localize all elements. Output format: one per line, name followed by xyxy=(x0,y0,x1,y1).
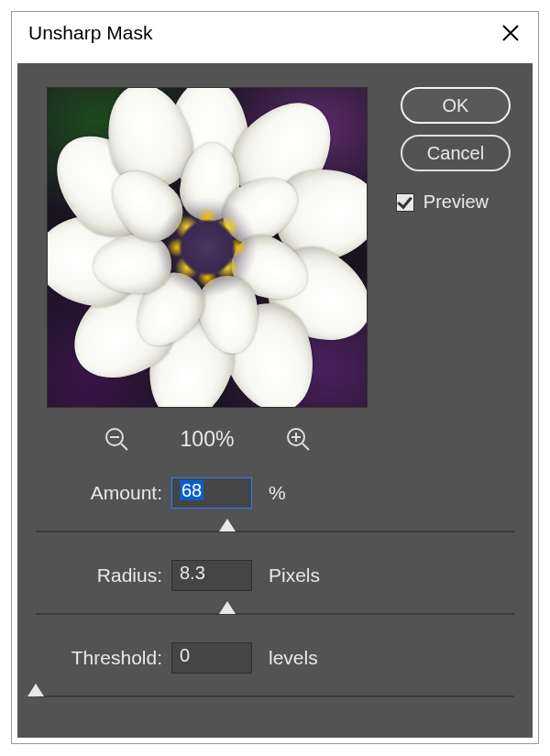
amount-unit: % xyxy=(252,482,286,504)
dialog-window: Unsharp Mask xyxy=(11,11,539,744)
amount-slider-thumb[interactable] xyxy=(219,519,236,531)
preview-checkbox[interactable] xyxy=(396,193,414,212)
threshold-label: Threshold: xyxy=(17,647,171,669)
threshold-slider-thumb[interactable] xyxy=(28,684,44,696)
threshold-input[interactable]: 0 xyxy=(171,642,252,674)
svg-line-4 xyxy=(302,444,309,450)
threshold-slider[interactable] xyxy=(36,696,514,697)
ok-button[interactable]: OK xyxy=(401,87,511,124)
amount-input[interactable]: 68 xyxy=(171,477,252,509)
cancel-button[interactable]: Cancel xyxy=(401,135,511,171)
dialog-body: 100% OK Cancel Preview Amount: 68 % xyxy=(17,63,533,738)
dialog-title: Unsharp Mask xyxy=(28,22,152,44)
svg-marker-7 xyxy=(219,519,236,531)
threshold-row: Threshold: 0 levels xyxy=(17,642,533,674)
radius-unit: Pixels xyxy=(252,564,320,586)
zoom-out-icon[interactable] xyxy=(104,426,129,452)
zoom-in-icon[interactable] xyxy=(285,426,311,452)
svg-marker-8 xyxy=(219,601,236,614)
preview-content xyxy=(48,88,367,407)
preview-checkbox-label: Preview xyxy=(424,192,489,213)
amount-row: Amount: 68 % xyxy=(17,477,533,509)
radius-input[interactable]: 8.3 xyxy=(171,560,252,591)
close-icon[interactable] xyxy=(500,22,522,44)
radius-slider[interactable] xyxy=(36,613,514,615)
zoom-level: 100% xyxy=(181,427,235,452)
ok-button-label: OK xyxy=(443,95,469,116)
preview-checkbox-row: Preview xyxy=(396,192,489,213)
radius-row: Radius: 8.3 Pixels xyxy=(17,560,533,591)
amount-slider[interactable] xyxy=(36,531,514,532)
svg-marker-9 xyxy=(28,684,44,696)
preview-image[interactable] xyxy=(47,87,368,408)
radius-label: Radius: xyxy=(17,564,171,586)
threshold-unit: levels xyxy=(252,647,318,669)
amount-label: Amount: xyxy=(17,482,171,504)
titlebar[interactable]: Unsharp Mask xyxy=(12,12,538,54)
radius-slider-thumb[interactable] xyxy=(219,601,236,614)
cancel-button-label: Cancel xyxy=(427,143,484,164)
svg-line-1 xyxy=(121,444,127,450)
zoom-controls: 100% xyxy=(47,421,368,457)
